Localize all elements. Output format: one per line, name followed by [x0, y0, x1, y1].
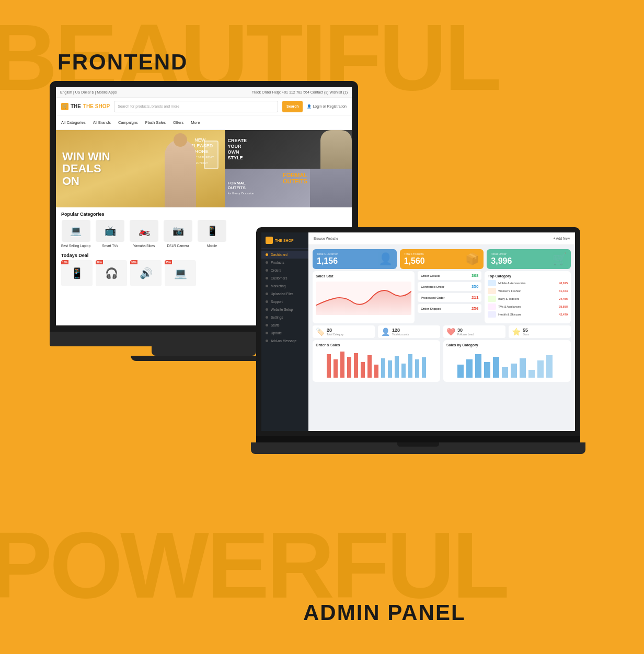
- cat-val-fashion: 31,443: [559, 289, 568, 293]
- menu-dot: [266, 293, 268, 295]
- menu-dot: [266, 269, 268, 272]
- cat-row-2: Women's Fashion 31,443: [488, 288, 568, 294]
- admin-metrics-row: 🏷️ 28 Total Category 👤 128 Total Account…: [308, 325, 575, 340]
- category-tv-label: Smart TVs: [102, 244, 118, 248]
- menu-label-customers: Customers: [271, 276, 287, 280]
- hero-style-figure: [320, 130, 352, 169]
- topbar-add-new[interactable]: + Add New: [553, 237, 570, 240]
- admin-menu-support[interactable]: Support: [261, 298, 308, 306]
- category-mobile-label: Mobile: [207, 244, 217, 248]
- menu-label-files: Uploaded Files: [271, 292, 293, 296]
- order-closed: Order Closed 308: [418, 271, 481, 280]
- admin-menu-products[interactable]: Products: [261, 259, 308, 266]
- top-category-panel: Top Category Mobile & Accessories 40,025…: [485, 271, 571, 323]
- metric-accounts: 👤 128 Total Accounts: [378, 325, 440, 338]
- stat-total-products: Total Products 1,560 📦: [400, 249, 484, 269]
- laptop-hinge: [256, 436, 580, 442]
- category-mobile[interactable]: 📱 Mobile: [198, 220, 226, 248]
- nav-all-categories[interactable]: All Categories: [61, 120, 86, 125]
- deal-item-headphone[interactable]: 🎧 20%: [96, 260, 127, 286]
- site-nav-links: All Categories All Brands Campaigns Flas…: [56, 115, 352, 130]
- admin-menu-dashboard[interactable]: Dashboard: [261, 251, 308, 259]
- category-bike-img: 🏍️: [130, 220, 158, 242]
- category-laptop-label: Best Selling Laptop: [61, 244, 90, 248]
- login-link[interactable]: 👤 Login or Registration: [307, 104, 347, 109]
- hero-create-text: CREATEYOUROWNSTYLE: [228, 138, 247, 160]
- category-bike[interactable]: 🏍️ Yamaha Bikes: [130, 220, 158, 248]
- admin-menu-staffs[interactable]: Staffs: [261, 321, 308, 329]
- hero-main-panel: WIN WINDEALSON NEWRELEASEDPHONEEVERY SAT…: [56, 130, 225, 207]
- admin-menu-addon[interactable]: Add-on Message: [261, 337, 308, 345]
- site-navbar: 🛒 THE THE SHOP Search for products, bran…: [56, 98, 352, 115]
- deal-badge-1: 15%: [61, 260, 68, 264]
- svg-rect-8: [367, 355, 372, 378]
- menu-label-addon: Add-on Message: [271, 339, 296, 343]
- admin-menu-update[interactable]: Update: [261, 329, 308, 337]
- menu-dot: [266, 340, 268, 342]
- category-bike-label: Yamaha Bikes: [133, 244, 155, 248]
- nav-flash-sales[interactable]: Flash Sales: [145, 120, 166, 125]
- logo-icon: 🛒: [61, 103, 68, 110]
- category-camera-img: 📷: [164, 220, 192, 242]
- nav-campaigns[interactable]: Campaigns: [118, 120, 138, 125]
- hero-formal-text: FORMALOUTFITSfor Every Occasion: [228, 181, 255, 196]
- menu-dot: [266, 316, 268, 319]
- category-tv[interactable]: 📺 Smart TVs: [96, 220, 124, 248]
- sales-category-chart: Sales by Category: [443, 340, 571, 382]
- deal-item-laptop2[interactable]: 💻 25%: [165, 260, 196, 286]
- menu-dot: [266, 300, 268, 303]
- admin-menu-orders[interactable]: Orders: [261, 266, 308, 274]
- svg-rect-19: [466, 359, 473, 378]
- categories-title: Popular Categories: [61, 212, 347, 217]
- order-closed-value: 308: [472, 273, 478, 278]
- sales-stat-chart: Sales Stat: [313, 271, 415, 323]
- search-bar[interactable]: Search for products, brands and more: [114, 101, 278, 112]
- admin-logo: THE SHOP: [261, 237, 308, 249]
- search-button[interactable]: Search: [282, 101, 303, 112]
- stat-orders-icon: 🛒: [553, 252, 567, 266]
- monitor-base-wide: [131, 356, 277, 361]
- svg-rect-2: [327, 354, 331, 378]
- nav-more[interactable]: More: [191, 120, 200, 125]
- search-placeholder: Search for products, brands and more: [118, 104, 179, 108]
- admin-menu-settings[interactable]: Settings: [261, 313, 308, 321]
- topbar-right: Track Order Help: +01 112 782 564 Contac…: [252, 90, 348, 94]
- metric-accounts-val: 128: [392, 328, 409, 333]
- menu-label-support: Support: [271, 300, 283, 303]
- category-laptop[interactable]: 💻 Best Selling Laptop: [61, 220, 90, 248]
- topbar-browse[interactable]: Browse Website: [314, 237, 338, 240]
- menu-dot: [266, 253, 268, 256]
- nav-offers[interactable]: Offers: [173, 120, 183, 125]
- order-confirmed: Confirmed Order 350: [418, 282, 481, 291]
- site-logo: 🛒 THE THE SHOP: [61, 103, 110, 110]
- admin-panel-label: ADMIN PANEL: [303, 600, 466, 625]
- admin-menu-marketing[interactable]: Marketing: [261, 282, 308, 290]
- deal-item-phone[interactable]: 📱 15%: [61, 260, 93, 286]
- menu-dot: [266, 261, 268, 264]
- cat-val-baby: 24,455: [559, 297, 568, 300]
- hero-figure: [162, 130, 199, 207]
- order-processed-value: 211: [472, 295, 478, 300]
- svg-rect-22: [493, 357, 499, 378]
- admin-menu-customers[interactable]: Customers: [261, 274, 308, 282]
- svg-rect-7: [361, 362, 365, 378]
- hero-formal-accent: FORMALOUTFITS: [283, 172, 307, 184]
- category-camera[interactable]: 📷 DSLR Camera: [164, 220, 192, 248]
- admin-menu-website-setup[interactable]: Website Setup: [261, 306, 308, 313]
- background-text-powerful: POWERFUL: [0, 518, 507, 612]
- order-shipped-value: 256: [472, 306, 478, 311]
- menu-label-orders: Orders: [271, 268, 281, 272]
- sales-category-svg: [446, 349, 568, 380]
- order-confirmed-value: 350: [472, 284, 478, 289]
- hero-formal-figure: [310, 169, 352, 207]
- laptop-base: [251, 442, 585, 454]
- stat-total-customer: Total Customer 1,156 👤: [313, 249, 397, 269]
- svg-rect-28: [546, 355, 553, 378]
- menu-dot: [266, 285, 268, 287]
- stat-customer-icon: 👤: [378, 252, 393, 266]
- deal-item-speaker[interactable]: 🔊 30%: [130, 260, 162, 286]
- admin-menu-files[interactable]: Uploaded Files: [261, 290, 308, 298]
- metric-stars-icon: ⭐: [512, 328, 521, 336]
- nav-all-brands[interactable]: All Brands: [93, 120, 111, 125]
- hero-main-text: WIN WINDEALSON: [62, 150, 110, 186]
